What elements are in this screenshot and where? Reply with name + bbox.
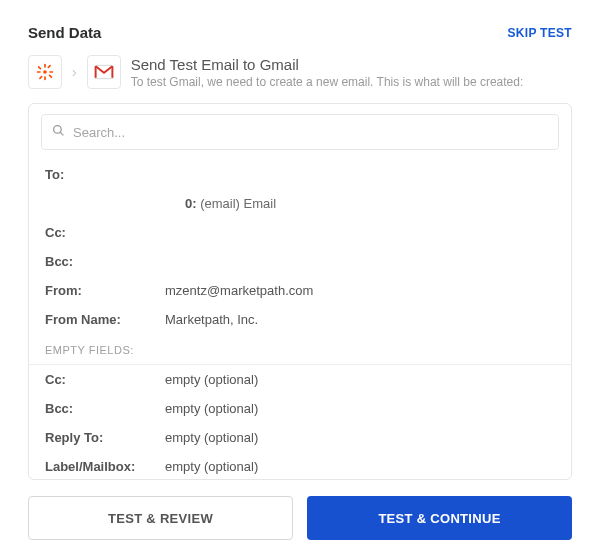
test-continue-button[interactable]: TEST & CONTINUE xyxy=(307,496,572,540)
to-item-value: (email) Email xyxy=(200,196,276,211)
empty-cc-label: Cc: xyxy=(45,372,165,387)
from-value: mzentz@marketpath.com xyxy=(165,283,313,298)
empty-reply-to-value: empty (optional) xyxy=(165,430,258,445)
step-title: Send Test Email to Gmail xyxy=(131,56,524,73)
from-name-value: Marketpath, Inc. xyxy=(165,312,258,327)
svg-point-0 xyxy=(43,70,47,74)
from-name-label: From Name: xyxy=(45,312,165,327)
footer: TEST & REVIEW TEST & CONTINUE xyxy=(28,496,572,540)
to-item: 0: (email) Email xyxy=(165,196,276,211)
field-row-from: From: mzentz@marketpath.com xyxy=(29,276,571,305)
search-wrap xyxy=(29,104,571,160)
bcc-label: Bcc: xyxy=(45,254,165,269)
search-box[interactable] xyxy=(41,114,559,150)
field-row-cc: Cc: xyxy=(29,218,571,247)
empty-bcc-value: empty (optional) xyxy=(165,401,258,416)
zapier-icon xyxy=(28,55,62,89)
svg-rect-7 xyxy=(47,65,51,69)
data-panel: To: 0: (email) Email Cc: Bcc: From: mzen… xyxy=(28,103,572,480)
empty-label-mailbox-label: Label/Mailbox: xyxy=(45,459,165,474)
chevron-right-icon: › xyxy=(72,64,77,80)
svg-point-10 xyxy=(54,126,62,134)
empty-bcc-label: Bcc: xyxy=(45,401,165,416)
from-label: From: xyxy=(45,283,165,298)
svg-rect-2 xyxy=(44,76,46,80)
cc-label: Cc: xyxy=(45,225,165,240)
step-header: › Send Test Email to Gmail To test Gmail… xyxy=(28,55,572,89)
search-icon xyxy=(52,123,65,141)
empty-cc-value: empty (optional) xyxy=(165,372,258,387)
field-row-from-name: From Name: Marketpath, Inc. xyxy=(29,305,571,334)
svg-line-11 xyxy=(60,132,63,135)
empty-row-label-mailbox: Label/Mailbox: empty (optional) xyxy=(29,452,571,479)
svg-rect-4 xyxy=(49,71,53,73)
step-subtitle: To test Gmail, we need to create a new e… xyxy=(131,75,524,89)
header-row: Send Data SKIP TEST xyxy=(28,24,572,41)
svg-rect-6 xyxy=(48,74,52,78)
field-row-bcc: Bcc: xyxy=(29,247,571,276)
svg-rect-1 xyxy=(44,64,46,68)
field-row-to: To: xyxy=(29,160,571,189)
skip-test-button[interactable]: SKIP TEST xyxy=(508,26,573,40)
empty-row-bcc: Bcc: empty (optional) xyxy=(29,394,571,423)
search-input[interactable] xyxy=(73,125,548,140)
svg-rect-8 xyxy=(39,75,43,79)
page-title: Send Data xyxy=(28,24,101,41)
send-data-card: Send Data SKIP TEST › Send Test Email to… xyxy=(0,0,600,560)
step-text: Send Test Email to Gmail To test Gmail, … xyxy=(131,56,524,89)
test-review-button[interactable]: TEST & REVIEW xyxy=(28,496,293,540)
to-item-key: 0: xyxy=(185,196,197,211)
empty-row-reply-to: Reply To: empty (optional) xyxy=(29,423,571,452)
to-label: To: xyxy=(45,167,165,182)
svg-rect-5 xyxy=(38,66,42,70)
svg-rect-3 xyxy=(37,71,41,73)
field-row-to-item: 0: (email) Email xyxy=(29,189,571,218)
empty-fields-heading: EMPTY FIELDS: xyxy=(29,334,571,365)
empty-row-cc: Cc: empty (optional) xyxy=(29,365,571,394)
fields-scroll[interactable]: To: 0: (email) Email Cc: Bcc: From: mzen… xyxy=(29,160,571,479)
empty-label-mailbox-value: empty (optional) xyxy=(165,459,258,474)
gmail-icon xyxy=(87,55,121,89)
empty-reply-to-label: Reply To: xyxy=(45,430,165,445)
